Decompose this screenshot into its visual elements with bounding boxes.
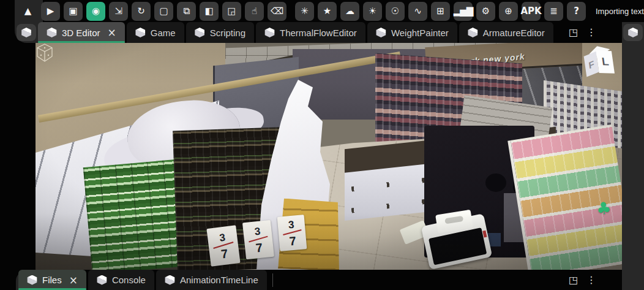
editor-tab-bar: 3D Editor × Game Scripting ThermalFlowEd… — [0, 22, 622, 43]
tab-label: ArmatureEditor — [483, 28, 545, 38]
close-tab-icon[interactable]: × — [108, 26, 116, 39]
home-cube-button[interactable] — [17, 24, 36, 41]
right-side-strip — [622, 22, 644, 290]
settings-button[interactable]: ⚙ — [476, 2, 495, 21]
cube-logo-icon — [97, 275, 107, 285]
tab-game[interactable]: Game — [127, 22, 184, 43]
save-button[interactable]: ▣ — [64, 2, 83, 21]
apk-export-button[interactable]: APK — [522, 2, 541, 21]
scene-card-reader-pad — [444, 216, 463, 224]
weather-button[interactable]: ☁ — [340, 2, 359, 21]
app-window: ▲ ▶ ▣ ◉ ⇲ ↻ ▢ ⧉ ◧ ◲ ☝ ⌫ ✳ ★ ☁ ☀ ☉ ∿ ⊞ ▂▅… — [0, 0, 644, 290]
tab-weightpainter[interactable]: WeightPainter — [367, 22, 457, 43]
tab-divider — [272, 273, 273, 287]
cube-logo-icon — [21, 28, 32, 37]
duplicate-icon: ⧉ — [183, 7, 190, 16]
delete-button[interactable]: ⌫ — [268, 2, 286, 21]
view-orientation-gizmo[interactable]: F L — [580, 43, 618, 80]
scale-tool-button[interactable]: ▢ — [154, 2, 173, 21]
tab-files[interactable]: Files × — [18, 270, 86, 290]
cube-logo-icon — [468, 28, 478, 37]
cube-plus-icon: ⊞ — [436, 7, 444, 16]
right-strip-cube-button[interactable] — [623, 24, 643, 41]
bottom-bar-actions: ◳ ⋮ — [569, 270, 596, 290]
bottom-tab-bar: Files × Console AnimationTimeLine ◳ ⋮ — [0, 270, 622, 290]
cube-logo-icon — [47, 28, 57, 37]
toolbar-collapse-button[interactable]: ▲ — [18, 2, 37, 21]
waypoint-path-icon: ∿ — [414, 7, 422, 16]
price-sign: 3 7 — [206, 225, 240, 266]
cloud-icon: ☁ — [345, 7, 354, 16]
particles-button[interactable]: ✳ — [295, 2, 314, 21]
favorites-button[interactable]: ★ — [318, 2, 337, 21]
clone-icon: ◲ — [227, 7, 236, 16]
move-tool-button[interactable]: ⇲ — [109, 2, 128, 21]
tab-3d-editor[interactable]: 3D Editor × — [38, 22, 125, 43]
statistics-button[interactable]: ▂▅▇ — [454, 2, 473, 21]
cube-logo-icon — [264, 28, 275, 37]
price-sign-bottom: 7 — [255, 241, 263, 254]
planet-orbit-icon: ☉ — [391, 7, 399, 16]
database-sync-icon: ≣ — [550, 7, 558, 16]
cube-logo-icon — [376, 28, 386, 37]
tab-label: Game — [151, 28, 176, 38]
cube-logo-icon — [135, 28, 146, 37]
kebab-menu-button[interactable]: ⋮ — [586, 28, 596, 37]
duplicate-button[interactable]: ⧉ — [177, 2, 196, 21]
bottom-tabs: Files × Console AnimationTimeLine — [18, 270, 273, 290]
save-icon: ▣ — [69, 7, 77, 16]
tab-animationtimeline[interactable]: AnimationTimeLine — [156, 270, 267, 290]
tab-label: Files — [42, 275, 62, 285]
price-sign: 3 7 — [277, 215, 307, 251]
data-sync-button[interactable]: ≣ — [544, 2, 563, 21]
scene-view-button[interactable]: ◉ — [86, 2, 105, 21]
rotate-icon: ↻ — [137, 7, 145, 16]
cube-logo-icon — [628, 28, 638, 37]
tab-label: ThermalFlowEditor — [280, 28, 357, 38]
cube-logo-icon — [165, 275, 175, 285]
help-button[interactable]: ? — [567, 2, 586, 21]
vegetation-tool-icon[interactable]: ♣ — [596, 199, 612, 217]
import-status-text: Importing textures 0 — [596, 7, 644, 16]
3d-viewport[interactable]: new york new york 3 7 3 — [36, 43, 622, 270]
editor-tabs: 3D Editor × Game Scripting ThermalFlowEd… — [38, 22, 553, 43]
window-restore-button[interactable]: ◳ — [569, 275, 578, 285]
tab-label: WeightPainter — [391, 28, 449, 38]
particles-burst-icon: ✳ — [301, 7, 309, 16]
brightness-button[interactable]: ☀ — [363, 2, 382, 21]
project-settings-button[interactable]: ⊕ — [499, 2, 518, 21]
tab-thermalfloweditor[interactable]: ThermalFlowEditor — [256, 22, 365, 43]
price-sign-bottom: 7 — [289, 234, 297, 247]
tab-scripting[interactable]: Scripting — [186, 22, 254, 43]
gizmo-front-face: L — [596, 50, 615, 74]
touch-select-button[interactable]: ☝ — [245, 2, 264, 21]
gear-circle-icon: ⊕ — [504, 7, 512, 16]
tab-armatureeditor[interactable]: ArmatureEditor — [459, 22, 553, 43]
cube-logo-icon — [195, 28, 205, 37]
scene-machine-burner — [485, 174, 506, 192]
price-sign-top: 3 — [288, 219, 294, 230]
price-sign-bottom: 7 — [220, 247, 228, 260]
collapse-up-icon: ▲ — [24, 7, 32, 16]
rotate-tool-button[interactable]: ↻ — [132, 2, 151, 21]
move-icon: ⇲ — [114, 7, 122, 16]
paths-button[interactable]: ∿ — [408, 2, 427, 21]
sun-icon: ☀ — [369, 7, 376, 16]
skybox-button[interactable]: ☉ — [386, 2, 405, 21]
scene-noodle-shelves — [507, 124, 622, 270]
star-icon: ★ — [323, 7, 331, 16]
add-object-button[interactable]: ⊞ — [431, 2, 450, 21]
scene-eye-icon: ◉ — [92, 7, 100, 16]
main-toolbar: ▲ ▶ ▣ ◉ ⇲ ↻ ▢ ⧉ ◧ ◲ ☝ ⌫ ✳ ★ ☁ ☀ ☉ ∿ ⊞ ▂▅… — [0, 0, 644, 22]
clone-button[interactable]: ◲ — [222, 2, 241, 21]
play-button[interactable]: ▶ — [41, 2, 60, 21]
tab-console[interactable]: Console — [88, 270, 154, 290]
perspective-cube-icon[interactable] — [36, 43, 54, 63]
kebab-menu-button[interactable]: ⋮ — [586, 275, 596, 285]
play-icon: ▶ — [47, 7, 54, 16]
window-restore-button[interactable]: ◳ — [569, 28, 578, 37]
close-tab-icon[interactable]: × — [69, 274, 78, 286]
tab-label: AnimationTimeLine — [180, 275, 258, 285]
camera-lock-button[interactable]: ◧ — [200, 2, 219, 21]
price-sign-top: 3 — [219, 232, 226, 243]
